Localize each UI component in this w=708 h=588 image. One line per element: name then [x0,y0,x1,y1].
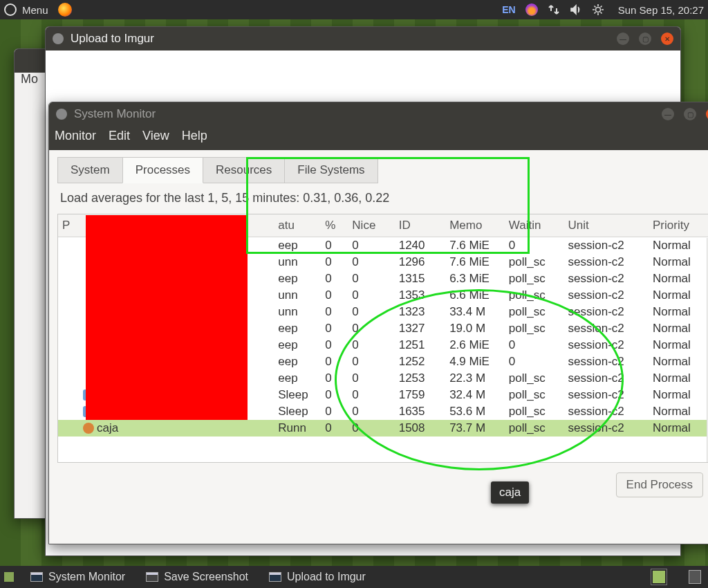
cell-nice: 0 [348,287,394,304]
settings-gear-icon[interactable] [592,3,604,16]
window-title: System Monitor [74,107,652,121]
network-icon[interactable] [548,3,560,16]
task-icon [269,572,281,582]
cell-prio: Normal [649,320,708,337]
menu-button[interactable]: Menu [22,4,48,16]
task-label: Save Screenshot [164,571,248,583]
tab-system[interactable]: System [57,157,123,183]
cell-cpu: 0 [321,304,348,320]
task-label: Upload to Imgur [287,571,366,583]
tab-processes[interactable]: Processes [122,157,203,183]
cell-prio: Normal [649,304,708,320]
cell-cpu: 0 [321,320,348,337]
cell-cpu: 0 [321,254,348,270]
task-system-monitor[interactable]: System Monitor [26,569,129,585]
cell-unit: session-c2 [564,254,649,270]
annotation-red-rectangle [86,215,248,420]
cell-stat: Sleep [274,403,321,420]
close-button[interactable]: ✕ [661,33,673,45]
column-unit[interactable]: Unit [564,214,649,237]
cell-prio: Normal [649,403,708,420]
cell-stat: unn [274,287,321,304]
process-name: caja [97,421,118,435]
cell-prio: Normal [649,287,708,304]
cell-prio: Normal [649,254,708,270]
cell-stat: eep [274,270,321,287]
cell-unit: session-c2 [564,287,649,304]
menu-monitor[interactable]: Monitor [55,129,96,143]
cell-prio: Normal [649,420,708,437]
cell-stat: eep [274,320,321,337]
maximize-button[interactable]: ▢ [639,33,651,45]
menu-view[interactable]: View [142,129,169,143]
cell-cpu: 0 [321,420,348,437]
cell-stat: eep [274,337,321,353]
cell-id: 1296 [395,254,445,270]
window-title-fragment: Mo [21,72,38,86]
top-panel: Menu EN Sun Sep 15, 20:27 [0,0,708,19]
cell-prio: Normal [649,370,708,387]
process-icon [83,423,94,434]
maximize-button[interactable]: ▢ [684,108,696,120]
task-icon [30,572,43,582]
cell-wait: poll_sc [505,254,564,270]
cell-mem: 7.6 MiE [445,254,505,270]
menu-edit[interactable]: Edit [109,129,130,143]
notification-icon[interactable] [525,3,538,16]
minimize-button[interactable]: — [617,33,629,45]
cell-prio: Normal [649,387,708,403]
task-upload-to-imgur[interactable]: Upload to Imgur [265,569,370,585]
cell-stat: unn [274,254,321,270]
menu-help[interactable]: Help [182,129,207,143]
workspace-switcher[interactable] [651,569,667,585]
show-desktop-icon[interactable] [4,572,14,582]
app-icon [53,33,64,44]
keyboard-layout-indicator[interactable]: EN [502,4,515,15]
cell-cpu: 0 [321,270,348,287]
volume-icon[interactable] [570,3,582,16]
cell-mem: 6.3 MiE [445,270,505,287]
annotation-green-rectangle [246,157,530,254]
minimize-button[interactable]: — [662,108,674,120]
bottom-panel: System Monitor Save Screenshot Upload to… [0,566,708,588]
cell-id: 1315 [395,270,445,287]
cell-stat: Sleep [274,387,321,403]
end-process-button[interactable]: End Process [616,472,703,497]
menu-bar: Monitor Edit View Help [49,126,708,150]
firefox-icon[interactable] [58,3,72,17]
clock[interactable]: Sun Sep 15, 20:27 [618,4,704,16]
cell-nice: 0 [348,270,394,287]
task-save-screenshot[interactable]: Save Screenshot [142,569,252,585]
cell-cpu: 0 [321,287,348,304]
column-priority[interactable]: Priority [649,214,708,237]
annotation-green-ellipse [335,289,624,470]
window-title: Upload to Imgur [71,32,607,46]
cell-prio: Normal [649,270,708,287]
cell-stat: unn [274,304,321,320]
cell-prio: Normal [649,337,708,353]
app-icon [56,109,67,120]
task-icon [146,572,158,582]
cell-unit: session-c2 [564,270,649,287]
task-label: System Monitor [48,571,125,583]
cell-prio: Normal [649,237,708,255]
cell-prio: Normal [649,353,708,370]
cell-stat: eep [274,370,321,387]
svg-point-0 [595,8,600,12]
cell-unit: session-c2 [564,237,649,255]
trash-icon[interactable] [689,570,701,584]
ubuntu-logo-icon[interactable] [4,3,17,16]
cell-nice: 0 [348,254,394,270]
cell-stat: eep [274,353,321,370]
cell-wait: poll_sc [505,270,564,287]
tooltip: caja [491,481,529,504]
cell-stat: Runn [274,420,321,437]
